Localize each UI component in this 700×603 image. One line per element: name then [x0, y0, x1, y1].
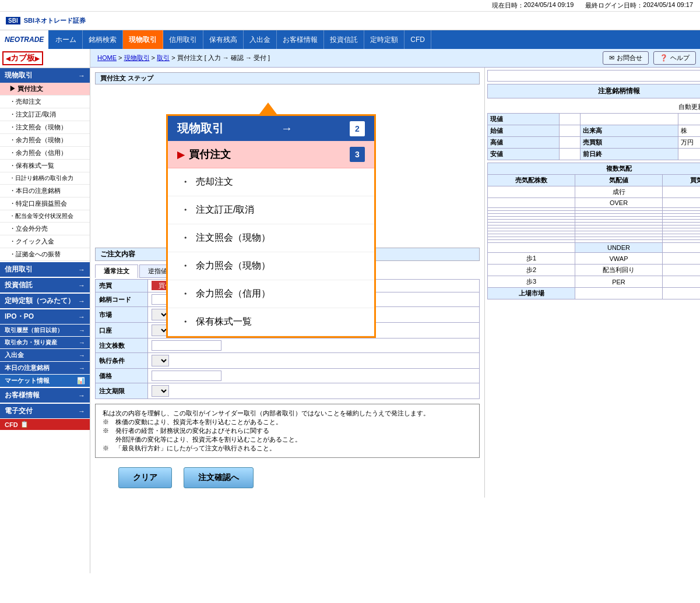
- quote-row-under-price: UNDER: [575, 243, 663, 253]
- nav-bar: NEOTRADE ホーム 銘柄検索 現物取引 信用取引 保有残高 入出金 お客様…: [0, 30, 700, 49]
- uriage-value: 万円: [678, 137, 700, 149]
- quote-row-over-buy: [663, 198, 701, 208]
- quote-row-over-price: OVER: [575, 198, 663, 208]
- popup-arrow-icon: →: [281, 122, 293, 135]
- notice-title: 私は次の内容を理解し、この取引がインサイダー取引（内部者取引）ではないことを確約…: [103, 409, 472, 418]
- sidebar-arrow-okyakusama: →: [78, 392, 85, 400]
- sidebar-item-shokou[interactable]: ・証拠金への振替: [0, 248, 90, 261]
- sidebar-header-denshi[interactable]: 電子交付 →: [0, 404, 90, 418]
- popup-item-holdings[interactable]: ・ 保有株式一覧: [168, 308, 374, 336]
- breadcrumb-genbutsu[interactable]: 現物取引: [124, 54, 150, 61]
- popup-num2: 3: [350, 147, 365, 162]
- sidebar-item-yoryoku-s[interactable]: ・余力照会（信用）: [0, 147, 90, 160]
- dot-icon-2: ・: [180, 202, 191, 218]
- sidebar-header-nyushukkin[interactable]: 入出金 →: [0, 349, 90, 361]
- qty-input[interactable]: [152, 340, 221, 351]
- popup-num1: 2: [350, 121, 365, 136]
- clear-button[interactable]: クリア: [118, 467, 172, 488]
- jojo-empty: [663, 288, 701, 299]
- breadcrumb: HOME > 現物取引 > 取引 > 買付注文 [ 入力 → 確認 → 受付 ]: [97, 54, 270, 62]
- nav-cfd[interactable]: CFD: [404, 30, 431, 49]
- field-value-price: [148, 369, 480, 383]
- sidebar-arrow-kyou-chuui: →: [79, 365, 85, 372]
- breadcrumb-torihiki[interactable]: 取引: [157, 54, 170, 61]
- last-login-value: 2024/05/14 09:17: [643, 1, 693, 10]
- sidebar-header-toshi[interactable]: 投資信託 →: [0, 278, 90, 292]
- right-panel: 注意銘柄情報 自動更新 ON OFF 現値: [484, 68, 700, 498]
- breadcrumb-current: 買付注文 [ 入力 → 確認 → 受付 ]: [177, 54, 270, 61]
- sidebar-header-rireki[interactable]: 取引履歴（前日以前） →: [0, 325, 90, 336]
- taka-label: 高値: [488, 137, 560, 149]
- selected-triangle-icon: ▶: [177, 149, 184, 160]
- quote-table: 複数気配 売気配株数 気配値 買気配株数 成行: [487, 163, 700, 299]
- confirm-button[interactable]: 注文確認へ: [184, 467, 254, 488]
- sidebar-header-yoryoku[interactable]: 取引余力・預り資産 →: [0, 337, 90, 348]
- period-select[interactable]: [152, 385, 169, 397]
- sidebar-item-nikkei[interactable]: ・日計り銘柄の取引余力: [0, 172, 90, 185]
- popup-selected-item[interactable]: ▶ 買付注文 3: [168, 141, 374, 168]
- stat-vwap-label: VWAP: [575, 253, 663, 265]
- popup-item-chubun[interactable]: ・ 注文訂正/取消: [168, 196, 374, 224]
- sidebar-header-ipo[interactable]: IPO・PO →: [0, 309, 90, 324]
- field-label-period: 注文期限: [96, 383, 148, 399]
- sidebar-header-kyou-chuui2[interactable]: 本日の注意銘柄 →: [0, 362, 90, 374]
- nav-holdings[interactable]: 保有残高: [203, 30, 244, 49]
- sidebar-item-yoryoku-g[interactable]: ・余力照会（現物）: [0, 134, 90, 147]
- sidebar-item-kaifu[interactable]: ▶ 買付注文: [0, 83, 90, 96]
- nav-search[interactable]: 銘柄検索: [83, 30, 123, 49]
- sidebar-arrow-nyushukkin: →: [79, 352, 85, 359]
- sidebar-item-tachiai[interactable]: ・立会外分売: [0, 223, 90, 235]
- sidebar-item-holdings[interactable]: ・保有株式一覧: [0, 160, 90, 172]
- breadcrumb-bar: HOME > 現物取引 > 取引 > 買付注文 [ 入力 → 確認 → 受付 ]…: [90, 49, 700, 68]
- nav-deposit[interactable]: 入出金: [244, 30, 277, 49]
- tab-normal[interactable]: 通常注文: [95, 265, 138, 278]
- sidebar-item-kyou-chuui[interactable]: ・本日の注意銘柄: [0, 185, 90, 198]
- stat-haitou-label: 配当利回り: [575, 265, 663, 276]
- yasu-value: [560, 149, 581, 160]
- sidebar-header-genbutsu[interactable]: 現物取引 →: [0, 68, 90, 83]
- sidebar-item-chubun-kais[interactable]: ・注文照会（現物）: [0, 121, 90, 134]
- sidebar-arrow-shinyou: →: [78, 266, 85, 274]
- popup-item-yoryoku-s[interactable]: ・ 余力照会（信用）: [168, 280, 374, 308]
- popup-item-bakyaku[interactable]: ・ 売却注文: [168, 168, 374, 196]
- notice-info-label: 注意銘柄情報: [488, 84, 700, 98]
- quote-row-under-sell: [488, 243, 575, 253]
- price-input[interactable]: [152, 371, 221, 381]
- help-button[interactable]: ❓ ヘルプ: [653, 51, 696, 65]
- sidebar-header-teiji[interactable]: 定時定額（つみたて） →: [0, 294, 90, 308]
- popup-item-yoryoku-g[interactable]: ・ 余力照会（現物）: [168, 252, 374, 280]
- popup-item-chukai-g[interactable]: ・ 注文照会（現物）: [168, 224, 374, 252]
- sidebar-market[interactable]: マーケット情報 📊: [0, 375, 90, 387]
- breadcrumb-home[interactable]: HOME: [97, 54, 117, 61]
- quote-row-under-buy: [663, 243, 701, 253]
- sidebar-item-haito[interactable]: ・配当金等交付状況照会: [0, 210, 90, 223]
- exec-select[interactable]: [152, 355, 169, 366]
- sidebar-item-tokutei[interactable]: ・特定口座損益照会: [0, 198, 90, 210]
- quote-row-nariyuki-sell: [488, 186, 575, 198]
- field-label-account: 口座: [96, 323, 148, 338]
- stat-bu3: 歩3: [488, 276, 575, 288]
- nav-toshi[interactable]: 投資信託: [324, 30, 364, 49]
- nav-teiji[interactable]: 定時定額: [364, 30, 404, 49]
- sidebar-header-shinyou[interactable]: 信用取引 →: [0, 262, 90, 277]
- contact-button[interactable]: ✉ お問合せ: [603, 51, 649, 65]
- sidebar-cfd[interactable]: CFD 📋: [0, 419, 90, 430]
- notice-info-box: 注意銘柄情報: [487, 84, 700, 98]
- sidebar-item-bakyaku[interactable]: ・売却注文: [0, 96, 90, 108]
- nav-customer[interactable]: お客様情報: [277, 30, 324, 49]
- maenihi-label: 前日終: [581, 149, 678, 160]
- nav-shinyou[interactable]: 信用取引: [163, 30, 203, 49]
- price-table: 現値 始値 出来高 株 高値: [487, 113, 700, 160]
- stat-haitou-value: %: [663, 265, 701, 276]
- quote-header-price: 気配値: [575, 175, 663, 186]
- empty2: [678, 114, 700, 125]
- nav-home[interactable]: ホーム: [50, 30, 83, 49]
- dot-icon-5: ・: [180, 286, 191, 302]
- dot-icon-3: ・: [180, 230, 191, 246]
- sidebar-item-quick[interactable]: ・クイック入金: [0, 235, 90, 248]
- sidebar-header-okyakusama[interactable]: お客様情報 →: [0, 388, 90, 403]
- dekidaka-value: 株: [678, 125, 700, 137]
- nav-genbutsu[interactable]: 現物取引: [123, 30, 163, 49]
- sidebar-item-chubun-tori[interactable]: ・注文訂正/取消: [0, 108, 90, 121]
- market-icon: 📊: [77, 377, 85, 385]
